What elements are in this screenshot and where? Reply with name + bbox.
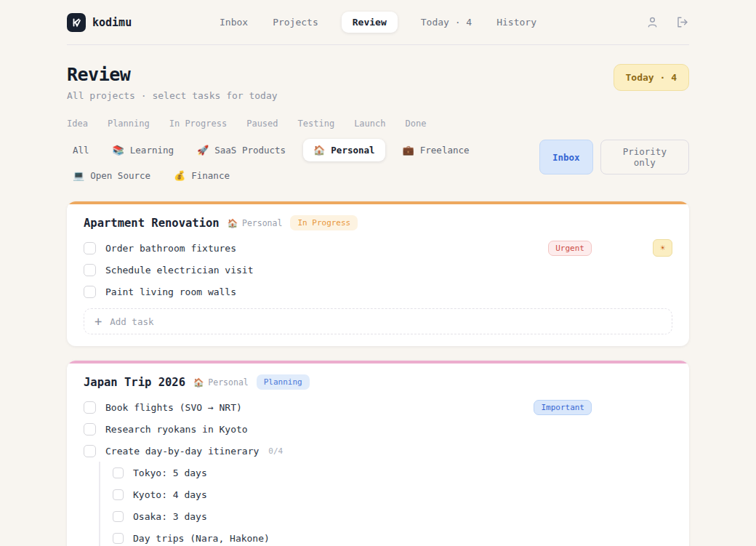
project-card-category: 🏠 Personal [193, 377, 249, 388]
laptop-icon: 💻 [73, 170, 84, 181]
house-icon: 🏠 [313, 145, 325, 156]
status-badge: Planning [257, 374, 310, 390]
priority-only-toggle-button[interactable]: Priority only [600, 140, 689, 174]
subtask-row: Osaka: 3 days [113, 505, 672, 527]
task-checkbox[interactable] [84, 286, 96, 298]
subtask-checkbox[interactable] [113, 533, 124, 544]
task-checkbox[interactable] [84, 423, 96, 435]
sun-icon: ☀ [660, 244, 665, 252]
status-filter-idea[interactable]: Idea [67, 119, 88, 129]
main-nav: Inbox Projects Review Today · 4 History [205, 12, 551, 33]
house-icon: 🏠 [193, 377, 204, 388]
project-filter-learning[interactable]: 📚 Learning [107, 139, 180, 161]
rocket-icon: 🚀 [197, 145, 209, 156]
status-filter-launch[interactable]: Launch [354, 119, 385, 129]
status-filter-in-progress[interactable]: In Progress [169, 119, 227, 129]
project-card-apartment-renovation: Apartment Renovation 🏠 Personal In Progr… [67, 201, 689, 346]
house-icon: 🏠 [228, 218, 238, 228]
plus-icon: + [94, 314, 102, 329]
task-checkbox[interactable] [84, 264, 96, 276]
inbox-toggle-button[interactable]: Inbox [539, 140, 593, 174]
subtask-row: Kyoto: 4 days [113, 483, 672, 505]
status-filter-testing[interactable]: Testing [298, 119, 335, 129]
project-card-title: Apartment Renovation [84, 217, 220, 230]
app-logo: kodimu [67, 13, 205, 32]
subtask-checkbox[interactable] [113, 467, 124, 478]
project-filter-bar: All 📚 Learning 🚀 SaaS Products 🏠 Persona… [67, 139, 539, 187]
task-row: Create day-by-day itinerary 0/4 [84, 440, 672, 462]
subtask-checkbox[interactable] [113, 511, 124, 522]
priority-badge-urgent: Urgent [548, 241, 592, 256]
task-checkbox[interactable] [84, 401, 96, 414]
status-filter-bar: Idea Planning In Progress Paused Testing… [67, 119, 689, 129]
add-task-button[interactable]: + Add task [84, 308, 672, 334]
today-count-button[interactable]: Today · 4 [614, 64, 689, 91]
nav-item-today[interactable]: Today · 4 [419, 12, 473, 33]
project-card-japan-trip-2026: Japan Trip 2026 🏠 Personal Planning Book… [67, 361, 689, 546]
books-icon: 📚 [113, 145, 124, 156]
nav-item-history[interactable]: History [495, 12, 538, 33]
subtask-checkbox[interactable] [113, 489, 124, 500]
project-card-category: 🏠 Personal [228, 218, 283, 228]
project-card-title: Japan Trip 2026 [84, 376, 185, 389]
status-filter-planning[interactable]: Planning [108, 119, 150, 129]
nav-item-inbox[interactable]: Inbox [218, 12, 249, 33]
nav-item-review[interactable]: Review [342, 12, 398, 33]
brand-name: kodimu [92, 16, 132, 29]
task-row: Book flights (SVO → NRT) Important [84, 396, 672, 418]
moneybag-icon: 💰 [174, 170, 185, 181]
page-title: Review [67, 64, 278, 85]
project-filter-personal[interactable]: 🏠 Personal [303, 139, 385, 161]
task-row: Research ryokans in Kyoto [84, 418, 672, 440]
user-icon[interactable] [646, 15, 659, 29]
task-row: Order bathroom fixtures Urgent ☀ [84, 237, 672, 259]
subtask-group: Tokyo: 5 days Kyoto: 4 days Osaka: 3 day… [99, 462, 672, 546]
task-checkbox[interactable] [84, 242, 96, 254]
nav-item-projects[interactable]: Projects [271, 12, 320, 33]
priority-badge-important: Important [534, 400, 592, 415]
task-checkbox[interactable] [84, 445, 96, 457]
logout-icon[interactable] [675, 15, 689, 29]
project-filter-freelance[interactable]: 💼 Freelance [397, 139, 475, 161]
add-to-today-button[interactable]: ☀ [653, 239, 672, 257]
status-filter-paused[interactable]: Paused [246, 119, 278, 129]
briefcase-icon: 💼 [403, 145, 414, 156]
project-filter-all[interactable]: All [67, 139, 95, 161]
topbar: kodimu Inbox Projects Review Today · 4 H… [0, 0, 756, 45]
logo-check-icon [67, 13, 86, 32]
review-page: Review All projects · select tasks for t… [67, 64, 689, 546]
task-row: Schedule electrician visit [84, 259, 672, 281]
project-filter-saas-products[interactable]: 🚀 SaaS Products [191, 139, 291, 161]
subtask-row: Day trips (Nara, Hakone) [113, 527, 672, 546]
subtask-row: Tokyo: 5 days [113, 462, 672, 483]
task-row: Paint living room walls [84, 281, 672, 302]
page-subtitle: All projects · select tasks for today [67, 90, 278, 101]
status-badge: In Progress [290, 215, 358, 230]
subtask-counter: 0/4 [268, 446, 283, 456]
status-filter-done[interactable]: Done [405, 119, 426, 129]
project-filter-finance[interactable]: 💰 Finance [168, 164, 236, 187]
project-filter-open-source[interactable]: 💻 Open Source [67, 164, 156, 187]
